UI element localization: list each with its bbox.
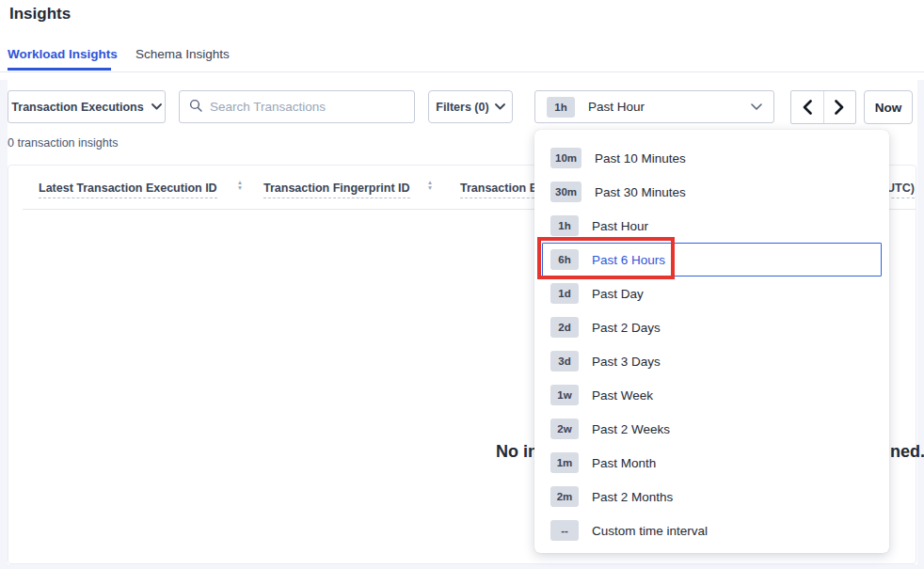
time-option-label: Past 10 Minutes bbox=[595, 151, 686, 166]
prev-interval-button[interactable] bbox=[791, 91, 824, 123]
time-option-label: Past Day bbox=[592, 287, 644, 301]
search-input[interactable] bbox=[210, 100, 405, 114]
search-box[interactable] bbox=[179, 90, 415, 123]
time-interval-label: Past Hour bbox=[588, 100, 645, 114]
time-option-badge: 1m bbox=[550, 452, 579, 473]
time-option-past-10-minutes[interactable]: 10m Past 10 Minutes bbox=[542, 141, 882, 175]
time-option-label: Past 2 Weeks bbox=[592, 422, 670, 436]
time-option-past-month[interactable]: 1m Past Month bbox=[542, 446, 882, 480]
time-option-past-2-months[interactable]: 2m Past 2 Months bbox=[542, 480, 882, 514]
time-option-label: Past Month bbox=[592, 456, 656, 470]
chevron-right-icon bbox=[835, 100, 844, 115]
time-option-past-2-days[interactable]: 2d Past 2 Days bbox=[542, 310, 882, 344]
tabs-divider bbox=[0, 71, 924, 72]
next-interval-button[interactable] bbox=[824, 91, 856, 123]
time-option-past-2-weeks[interactable]: 2w Past 2 Weeks bbox=[542, 412, 882, 446]
time-option-label: Past 6 Hours bbox=[592, 253, 665, 267]
time-option-badge: 6h bbox=[550, 249, 579, 270]
time-option-badge: 3d bbox=[550, 351, 579, 371]
time-option-badge: 10m bbox=[550, 148, 581, 168]
time-option-label: Custom time interval bbox=[592, 524, 708, 538]
filters-dropdown[interactable]: Filters (0) bbox=[428, 90, 513, 123]
time-option-custom-time-interval[interactable]: -- Custom time interval bbox=[542, 514, 882, 547]
sort-icon[interactable]: ▲▼ bbox=[235, 180, 245, 191]
page-gutter-bottom bbox=[0, 564, 924, 569]
time-option-badge: 1w bbox=[550, 385, 579, 405]
time-option-label: Past 2 Months bbox=[592, 490, 673, 504]
page-gutter-left bbox=[0, 80, 8, 569]
time-option-badge: -- bbox=[550, 520, 579, 541]
column-header-latest-transaction-execution-id[interactable]: Latest Transaction Execution ID bbox=[39, 182, 217, 198]
chevron-down-icon bbox=[751, 103, 762, 111]
sort-icon[interactable]: ▲▼ bbox=[425, 180, 435, 191]
chevron-down-icon bbox=[495, 103, 505, 110]
insights-count-summary: 0 transaction insights bbox=[8, 136, 118, 150]
column-header-utc-truncated[interactable]: UTC) bbox=[886, 182, 915, 198]
time-option-label: Past 2 Days bbox=[592, 321, 661, 335]
chevron-left-icon bbox=[803, 100, 812, 115]
time-option-badge: 1h bbox=[550, 215, 579, 236]
page-gutter-right bbox=[917, 80, 924, 569]
insight-type-label: Transaction Executions bbox=[11, 101, 143, 114]
time-option-past-hour[interactable]: 1h Past Hour bbox=[542, 209, 882, 243]
time-nav-group bbox=[790, 90, 856, 124]
now-button[interactable]: Now bbox=[864, 90, 913, 124]
time-interval-badge: 1h bbox=[547, 97, 575, 118]
search-icon bbox=[189, 99, 202, 116]
time-option-past-week[interactable]: 1w Past Week bbox=[542, 378, 882, 412]
empty-state-text-right-fragment: ned. bbox=[890, 442, 924, 462]
insights-page: Insights Workload Insights Schema Insigh… bbox=[0, 0, 924, 569]
tab-schema-insights[interactable]: Schema Insights bbox=[135, 47, 230, 61]
time-option-past-6-hours[interactable]: 6h Past 6 Hours bbox=[542, 243, 882, 277]
time-interval-dropdown-menu: 10m Past 10 Minutes 30m Past 30 Minutes … bbox=[534, 130, 889, 553]
time-option-label: Past 3 Days bbox=[592, 355, 661, 369]
tab-workload-insights[interactable]: Workload Insights bbox=[8, 47, 118, 61]
time-option-badge: 2m bbox=[550, 486, 579, 507]
time-option-past-3-days[interactable]: 3d Past 3 Days bbox=[542, 344, 882, 378]
time-option-badge: 2d bbox=[550, 317, 579, 338]
time-option-label: Past Hour bbox=[592, 219, 648, 233]
time-option-past-day[interactable]: 1d Past Day bbox=[542, 277, 882, 310]
time-option-badge: 2w bbox=[550, 419, 579, 439]
time-interval-dropdown-trigger[interactable]: 1h Past Hour bbox=[534, 90, 774, 123]
time-option-past-30-minutes[interactable]: 30m Past 30 Minutes bbox=[542, 175, 882, 209]
filters-label: Filters (0) bbox=[436, 101, 488, 114]
time-option-label: Past 30 Minutes bbox=[595, 185, 686, 199]
time-option-label: Past Week bbox=[592, 388, 653, 403]
column-header-transaction-fingerprint-id[interactable]: Transaction Fingerprint ID bbox=[263, 182, 410, 198]
chevron-down-icon bbox=[151, 103, 162, 110]
active-tab-underline bbox=[8, 68, 111, 71]
column-header-transaction-ex-truncated[interactable]: Transaction Ex bbox=[460, 182, 544, 198]
page-title: Insights bbox=[9, 5, 71, 24]
empty-state-text-left-fragment: No in bbox=[496, 442, 538, 462]
time-option-badge: 30m bbox=[550, 182, 581, 202]
insight-type-dropdown[interactable]: Transaction Executions bbox=[8, 90, 166, 123]
time-option-badge: 1d bbox=[550, 283, 579, 304]
